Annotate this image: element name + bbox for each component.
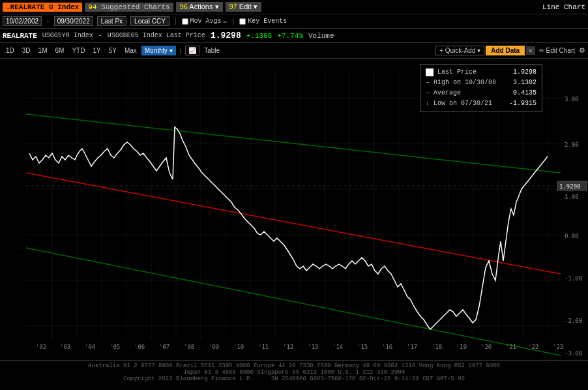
svg-text:'17: '17 — [407, 344, 417, 350]
date-start[interactable]: 10/02/2002 — [3, 16, 42, 26]
ticker-badge: .REALRATE U Index — [3, 3, 82, 12]
legend-high-label: High on 10/30/08 — [434, 78, 496, 88]
chart-icon-btn[interactable]: 📈 — [185, 46, 199, 55]
legend-high-dash: – — [426, 78, 430, 88]
svg-text:'03: '03 — [60, 344, 70, 350]
key-events-checkbox[interactable] — [239, 18, 246, 25]
add-data-btn[interactable]: Add Data — [486, 46, 525, 55]
info-price: 1.9298 — [211, 31, 241, 40]
info-ticker: REALRATE — [3, 32, 37, 40]
svg-text:'09: '09 — [209, 344, 219, 350]
svg-text:'05: '05 — [110, 344, 120, 350]
svg-text:-3.00: -3.00 — [565, 350, 582, 357]
nav-left-btn[interactable]: « — [526, 46, 535, 55]
tf-max[interactable]: Max — [121, 46, 140, 55]
svg-text:'18: '18 — [432, 344, 442, 350]
footer: Australia 61 2 9777 8600 Brazil 5511 239… — [0, 360, 588, 383]
date-end[interactable]: 09/30/2022 — [54, 16, 93, 26]
svg-text:0.00: 0.00 — [565, 233, 579, 239]
tf-1y[interactable]: 1Y — [89, 46, 104, 55]
date-separator: - — [46, 18, 50, 25]
actions-label: Actions — [189, 3, 213, 10]
footer-line1: Australia 61 2 9777 8600 Brazil 5511 239… — [3, 363, 585, 369]
gear-btn[interactable]: ⚙ — [579, 46, 585, 55]
svg-text:-1.00: -1.00 — [565, 275, 582, 282]
legend-low: ↓ Low on 07/30/21 -1.9315 — [426, 98, 537, 109]
actions-button[interactable]: 96 Actions ▾ — [176, 2, 223, 12]
tf-6m[interactable]: 6M — [52, 46, 68, 55]
svg-text:'22: '22 — [528, 344, 538, 350]
info-pct-change: +7.74% — [277, 32, 303, 40]
svg-text:-2.00: -2.00 — [565, 318, 582, 324]
tf-monthly[interactable]: Monthly ▾ — [141, 46, 176, 55]
footer-line3: Copyright 2022 Bloomberg Finance L.P. SN… — [3, 376, 585, 382]
info-volume: Volume — [308, 32, 334, 40]
svg-text:1.9298: 1.9298 — [559, 183, 581, 190]
edit-label: Edit — [239, 3, 252, 10]
svg-text:'02: '02 — [36, 344, 46, 350]
field1-dropdown[interactable]: Last Px — [97, 16, 126, 26]
legend-last-price-label: Last Price — [437, 67, 477, 78]
line-chart-label: Line Chart — [542, 3, 585, 11]
quick-add-arrow: ▾ — [477, 47, 480, 54]
nav-arrows: « — [526, 46, 535, 55]
edit-num: 97 — [229, 3, 237, 10]
legend-low-val: -1.9315 — [496, 98, 537, 109]
tf-5y[interactable]: 5Y — [106, 46, 120, 55]
legend-last-price-val: 1.9298 — [500, 67, 537, 78]
svg-text:'06: '06 — [134, 344, 145, 350]
legend-avg-label: Average — [434, 88, 461, 98]
suggested-charts-btn[interactable]: 94 Suggested Charts — [85, 3, 173, 12]
svg-text:'16: '16 — [382, 344, 392, 350]
mov-avgs-label: Mov Avgs — [190, 18, 222, 25]
key-events-check[interactable]: Key Events — [239, 18, 287, 25]
edit-chart-btn[interactable]: ✏ Edit Chart — [537, 46, 578, 55]
tf-1d[interactable]: 1D — [3, 46, 18, 55]
svg-text:'15: '15 — [357, 344, 368, 350]
actions-arrow: ▾ — [215, 3, 219, 10]
table-btn[interactable]: Table — [201, 46, 223, 55]
mov-avgs-checkbox[interactable] — [182, 18, 188, 25]
edit-button[interactable]: 97 Edit ▾ — [226, 2, 261, 12]
timeframe-bar: 1D 3D 1M 6M YTD 1Y 5Y Max Monthly ▾ | 📈 … — [0, 43, 588, 59]
legend-high: – High on 10/30/08 3.1302 — [426, 78, 537, 88]
mov-avgs-check[interactable]: Mov Avgs ✏ — [182, 18, 228, 25]
svg-text:'11: '11 — [258, 344, 269, 350]
svg-text:'04: '04 — [85, 344, 95, 350]
footer-copyright: Copyright 2022 Bloomberg Finance L.P. — [123, 376, 254, 382]
legend-swatch-last-price — [426, 68, 434, 76]
svg-text:'20: '20 — [481, 344, 492, 350]
svg-text:'07: '07 — [159, 344, 169, 350]
info-desc: USGGBE05 Index Last Price — [108, 32, 205, 39]
svg-text:'12: '12 — [283, 344, 293, 350]
svg-text:'13: '13 — [308, 344, 318, 350]
footer-sn: SN 2548066 G683-7566-170 02-Oct-22 9:11:… — [271, 376, 465, 382]
quick-add-btn[interactable]: + Quick-Add ▾ — [435, 46, 484, 55]
tf-3d[interactable]: 3D — [19, 46, 34, 55]
tf-divider: | — [179, 47, 183, 55]
tf-ytd[interactable]: YTD — [68, 46, 88, 55]
tf-1m[interactable]: 1M — [35, 46, 51, 55]
suggested-label: Suggested Charts — [101, 3, 170, 11]
svg-text:'14: '14 — [332, 344, 343, 350]
footer-line2: Japan 81 3 4565 8900 Singapore 65 6212 1… — [3, 369, 585, 376]
legend-box: Last Price 1.9298 – High on 10/30/08 3.1… — [420, 64, 542, 112]
info-change: +.1386 — [246, 32, 272, 40]
svg-text:3.00: 3.00 — [565, 96, 579, 102]
svg-text:'19: '19 — [456, 344, 467, 350]
svg-text:'08: '08 — [184, 344, 194, 350]
svg-text:1.00: 1.00 — [565, 194, 579, 200]
suggested-num: 94 — [88, 3, 96, 11]
legend-low-dash: ↓ — [426, 98, 430, 109]
chart-container: '02 '03 '04 '05 '06 '07 '08 '09 '10 '11 … — [0, 59, 588, 360]
quick-add-label: + Quick-Add — [439, 47, 475, 54]
svg-text:2.00: 2.00 — [565, 142, 579, 148]
svg-text:'21: '21 — [506, 344, 516, 350]
tf-monthly-arrow: ▾ — [169, 47, 173, 54]
info-index: USGG5YR Index — [42, 32, 93, 39]
legend-avg-val: 0.4135 — [500, 88, 537, 98]
top-bar: .REALRATE U Index 94 Suggested Charts 96… — [0, 0, 588, 14]
svg-text:'10: '10 — [233, 344, 244, 350]
field2-dropdown[interactable]: Local CCY — [130, 16, 169, 26]
edit-arrow: ▾ — [254, 3, 257, 10]
